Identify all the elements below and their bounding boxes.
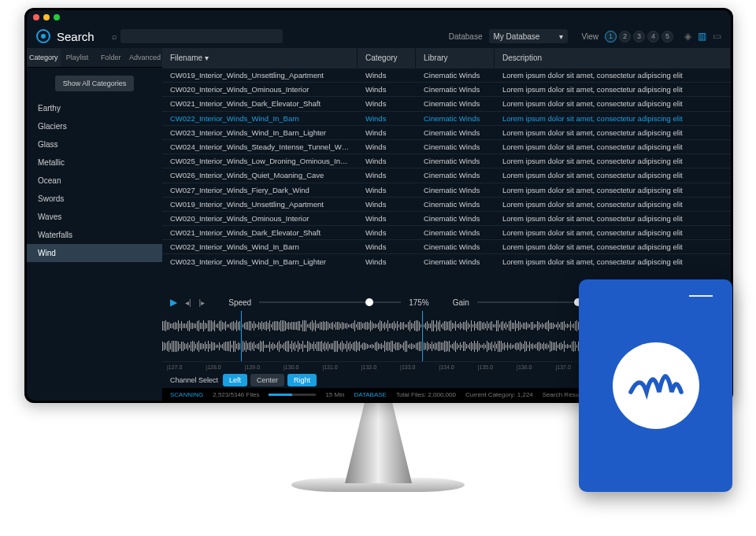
cell-library: Cinematic Winds bbox=[416, 142, 495, 151]
speed-value: 175% bbox=[409, 298, 429, 307]
channel-center-button[interactable]: Center bbox=[250, 374, 284, 386]
cell-filename: CW022_Interior_Winds_Wind_In_Barn bbox=[162, 114, 358, 123]
view-number-5[interactable]: 5 bbox=[662, 31, 673, 43]
category-item[interactable]: Waterfalls bbox=[27, 226, 162, 244]
cell-library: Cinematic Winds bbox=[416, 114, 495, 123]
layout-single-icon[interactable]: ▭ bbox=[713, 31, 721, 42]
view-number-4[interactable]: 4 bbox=[647, 31, 659, 43]
cell-description: Lorem ipsum dolor sit amet, consectetur … bbox=[495, 128, 731, 137]
table-row[interactable]: CW023_Interior_Winds_Wind_In_Barn_Lighte… bbox=[162, 125, 731, 139]
playhead-marker[interactable] bbox=[241, 311, 242, 361]
tab-folder[interactable]: Folder bbox=[94, 48, 128, 67]
cell-description: Lorem ipsum dolor sit amet, consectetur … bbox=[495, 71, 731, 79]
total-files: Total Files: 2,000,000 bbox=[396, 391, 456, 398]
layout-split-icon[interactable]: ▥ bbox=[698, 31, 706, 42]
ruler-tick: |131.0 bbox=[322, 364, 337, 370]
cell-description: Lorem ipsum dolor sit amet, consectetur … bbox=[495, 257, 731, 266]
search-icon: ⌕ bbox=[112, 31, 117, 41]
cell-description: Lorem ipsum dolor sit amet, consectetur … bbox=[495, 85, 731, 94]
cube-icon[interactable]: ◈ bbox=[684, 31, 691, 42]
category-item[interactable]: Glass bbox=[27, 135, 162, 153]
app-title: Search bbox=[57, 30, 94, 43]
cell-filename: CW021_Interior_Winds_Dark_Elevator_Shaft bbox=[162, 99, 358, 108]
column-filename[interactable]: Filename ▾ bbox=[162, 48, 358, 68]
table-row[interactable]: CW022_Interior_Winds_Wind_In_BarnWindsCi… bbox=[162, 111, 731, 125]
cell-description: Lorem ipsum dolor sit amet, consectetur … bbox=[495, 214, 731, 223]
table-row[interactable]: CW025_Interior_Winds_Low_Droning_Ominous… bbox=[162, 153, 731, 168]
cell-category: Winds bbox=[358, 186, 416, 194]
category-item[interactable]: Swords bbox=[27, 190, 162, 208]
search-input[interactable] bbox=[120, 29, 284, 43]
skip-fwd-icon[interactable]: |▸ bbox=[199, 298, 206, 307]
tab-category[interactable]: Category bbox=[27, 48, 61, 67]
gain-slider[interactable] bbox=[477, 301, 580, 303]
speed-label: Speed bbox=[228, 298, 251, 307]
cell-description: Lorem ipsum dolor sit amet, consectetur … bbox=[495, 228, 731, 237]
channel-left-button[interactable]: Left bbox=[223, 374, 247, 386]
database-select[interactable]: My Database ▾ bbox=[489, 29, 568, 43]
table-row[interactable]: CW022_Interior_Winds_Wind_In_BarnWindsCi… bbox=[162, 239, 731, 253]
cell-description: Lorem ipsum dolor sit amet, consectetur … bbox=[495, 157, 731, 165]
table-row[interactable]: CW019_Interior_Winds_Unsettling_Apartmen… bbox=[162, 197, 731, 211]
table-row[interactable]: CW027_Interior_Winds_Fiery_Dark_WindWind… bbox=[162, 183, 731, 197]
table-row[interactable]: CW020_Interior_Winds_Ominous_InteriorWin… bbox=[162, 211, 731, 225]
minimize-icon[interactable] bbox=[43, 14, 50, 20]
cell-library: Cinematic Winds bbox=[416, 214, 495, 223]
cell-category: Winds bbox=[358, 157, 416, 165]
current-category-count: Current Category: 1,224 bbox=[465, 391, 533, 398]
cell-library: Cinematic Winds bbox=[416, 85, 495, 94]
table-row[interactable]: CW021_Interior_Winds_Dark_Elevator_Shaft… bbox=[162, 96, 731, 110]
cell-filename: CW023_Interior_Winds_Wind_In_Barn_Lighte… bbox=[162, 128, 358, 137]
skip-back-icon[interactable]: ◂| bbox=[185, 298, 191, 307]
cell-library: Cinematic Winds bbox=[416, 157, 495, 165]
view-number-3[interactable]: 3 bbox=[633, 31, 645, 43]
view-number-2[interactable]: 2 bbox=[619, 31, 631, 43]
maximize-icon[interactable] bbox=[54, 14, 60, 20]
table-row[interactable]: CW023_Interior_Winds_Wind_In_Barn_Lighte… bbox=[162, 253, 731, 268]
drive-indicator-icon bbox=[689, 295, 713, 297]
cell-library: Cinematic Winds bbox=[416, 99, 495, 108]
close-icon[interactable] bbox=[33, 14, 39, 20]
ruler-tick: |132.0 bbox=[361, 364, 376, 370]
category-item[interactable]: Ocean bbox=[27, 172, 162, 190]
playhead-marker[interactable] bbox=[422, 311, 423, 361]
header: Search ⌕ Database My Database ▾ View 123… bbox=[27, 24, 731, 48]
play-icon[interactable]: ▶ bbox=[170, 297, 177, 308]
cell-description: Lorem ipsum dolor sit amet, consectetur … bbox=[495, 171, 731, 179]
view-label: View bbox=[582, 32, 599, 41]
column-library[interactable]: Library bbox=[416, 48, 495, 68]
table-row[interactable]: CW021_Interior_Winds_Dark_Elevator_Shaft… bbox=[162, 225, 731, 239]
channel-right-button[interactable]: Right bbox=[287, 374, 317, 386]
cell-category: Winds bbox=[358, 85, 416, 94]
view-number-1[interactable]: 1 bbox=[605, 31, 617, 43]
cell-description: Lorem ipsum dolor sit amet, consectetur … bbox=[495, 200, 731, 209]
table-row[interactable]: CW024_Interior_Winds_Steady_Intense_Tunn… bbox=[162, 139, 731, 153]
cell-category: Winds bbox=[358, 257, 416, 266]
column-category[interactable]: Category bbox=[358, 48, 416, 68]
ruler-tick: |136.0 bbox=[517, 364, 532, 370]
cell-library: Cinematic Winds bbox=[416, 228, 495, 237]
tab-advanced[interactable]: Advanced bbox=[128, 48, 162, 67]
ruler-tick: |128.0 bbox=[206, 364, 220, 370]
external-drive bbox=[579, 279, 732, 492]
table-row[interactable]: CW026_Interior_Winds_Quiet_Moaning_CaveW… bbox=[162, 168, 731, 182]
cell-library: Cinematic Winds bbox=[416, 257, 495, 266]
column-description[interactable]: Description bbox=[495, 48, 731, 68]
cell-filename: CW020_Interior_Winds_Ominous_Interior bbox=[162, 214, 358, 223]
cell-library: Cinematic Winds bbox=[416, 71, 495, 79]
scan-time: 15 Min bbox=[325, 391, 344, 398]
show-all-categories-button[interactable]: Show All Categories bbox=[55, 76, 135, 91]
speed-slider[interactable] bbox=[259, 301, 401, 303]
category-item[interactable]: Glaciers bbox=[27, 117, 162, 135]
category-item[interactable]: Metallic bbox=[27, 153, 162, 172]
tab-playlist[interactable]: Playlist bbox=[61, 48, 94, 67]
scanning-label: SCANNING bbox=[170, 391, 203, 398]
category-item[interactable]: Wind bbox=[27, 244, 162, 262]
category-item[interactable]: Earthy bbox=[27, 99, 162, 117]
table-row[interactable]: CW019_Interior_Winds_Unsettling_Apartmen… bbox=[162, 68, 731, 82]
table-row[interactable]: CW020_Interior_Winds_Ominous_InteriorWin… bbox=[162, 82, 731, 96]
cell-category: Winds bbox=[358, 114, 416, 123]
category-item[interactable]: Waves bbox=[27, 208, 162, 226]
cell-filename: CW023_Interior_Winds_Wind_In_Barn_Lighte… bbox=[162, 257, 358, 266]
cell-library: Cinematic Winds bbox=[416, 242, 495, 251]
